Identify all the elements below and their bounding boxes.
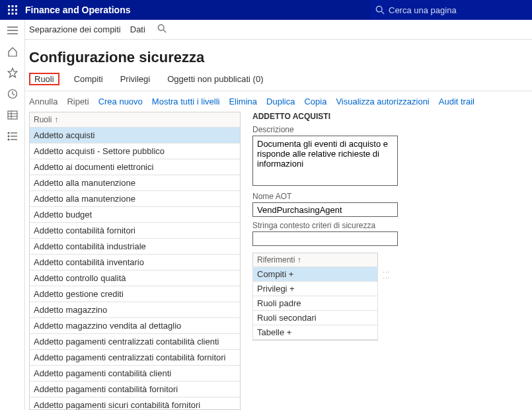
description-field[interactable] [252,136,398,186]
roles-list-row[interactable]: Addetto pagamenti contabilità clienti [30,365,240,381]
svg-line-28 [163,30,166,32]
svg-rect-7 [12,13,14,15]
aot-name-field[interactable] [252,202,398,217]
create-button[interactable]: Crea nuovo [98,97,143,106]
references-row[interactable]: Ruoli padre [252,296,378,310]
svg-point-25 [7,139,9,141]
description-label: Descrizione [252,125,525,134]
roles-list-row[interactable]: Addetto pagamenti centralizzati contabil… [30,333,240,349]
roles-list-header[interactable]: Ruoli↑ [29,112,241,127]
svg-rect-0 [8,5,10,7]
references-row[interactable]: Compiti + [252,266,378,281]
search-icon [375,5,385,15]
roles-list-row[interactable]: Addetto acquisti - Settore pubblico [30,143,240,159]
detail-title: ADDETTO ACQUISTI [252,112,525,121]
sort-asc-icon: ↑ [297,255,301,265]
role-detail-panel: ADDETTO ACQUISTI Descrizione Nome AOT St… [252,112,528,410]
roles-list-row[interactable]: Addetto magazzino vendita al dettaglio [30,317,240,333]
roles-list-row[interactable]: Addetto contabilità industriale [30,238,240,254]
roles-list-row[interactable]: Addetto contabilità inventario [30,254,240,270]
references-list: Riferimenti ↑ Compiti +Privilegi +Ruoli … [252,253,378,341]
svg-rect-5 [15,9,17,11]
roles-list-row[interactable]: Addetto pagamenti centralizzati contabil… [30,349,240,365]
breadcrumb-search-icon[interactable] [157,24,167,35]
svg-rect-2 [15,5,17,7]
references-row[interactable]: Privilegi + [252,281,378,296]
redo-button[interactable]: Ripeti [67,97,89,106]
roles-list-row[interactable]: Addetto alla manutenzione [30,175,240,190]
breadcrumb-item[interactable]: Dati [130,24,145,34]
svg-point-21 [7,132,9,134]
roles-list-row[interactable]: Addetto pagamenti contabilità fornitori [30,381,240,397]
roles-list-row[interactable]: Addetto gestione crediti [30,286,240,302]
undo-button[interactable]: Annulla [29,97,57,106]
svg-rect-17 [8,111,17,119]
references-row[interactable]: Ruoli secondari [252,310,378,325]
home-icon[interactable] [6,45,19,58]
roles-list-row[interactable]: Addetto ai documenti elettronici [30,159,240,175]
roles-list-row[interactable]: Addetto controllo qualità [30,270,240,286]
security-context-field[interactable] [252,231,398,246]
search-placeholder: Cerca una pagina [389,5,457,15]
view-auth-button[interactable]: Visualizza autorizzazioni [336,97,429,106]
clock-icon[interactable] [6,87,19,101]
audit-trail-button[interactable]: Audit trail [439,97,475,106]
tab-roles[interactable]: Ruoli [29,73,59,85]
roles-list-row[interactable]: Addetto budget [30,206,240,222]
svg-line-16 [13,94,15,95]
roles-list-row[interactable]: Addetto alla manutenzione [30,190,240,206]
star-icon[interactable] [6,66,19,79]
svg-line-10 [381,11,384,14]
tab-privileges[interactable]: Privilegi [118,73,153,85]
svg-rect-1 [12,5,14,7]
global-search[interactable]: Cerca una pagina [370,0,532,20]
roles-list-panel: Ruoli↑ Addetto acquistiAddetto acquisti … [29,112,241,410]
app-title: Finance and Operations [25,5,370,15]
svg-rect-8 [15,13,17,15]
hamburger-icon[interactable] [6,24,19,37]
page-title: Configurazione sicurezza [25,40,532,73]
tab-duties[interactable]: Compiti [71,73,106,85]
roles-list-row[interactable]: Addetto acquisti [30,127,240,143]
delete-button[interactable]: Elimina [229,97,257,106]
left-navigation-rail [0,20,25,410]
tab-unpublished[interactable]: Oggetti non pubblicati (0) [165,73,266,85]
aot-name-label: Nome AOT [252,192,525,201]
svg-rect-6 [8,13,10,15]
roles-list-row[interactable]: Addetto contabilità fornitori [30,222,240,238]
roles-list[interactable]: Addetto acquistiAddetto acquisti - Setto… [29,127,241,409]
resize-handle-icon[interactable]: ⋮⋮ [382,268,391,280]
svg-rect-3 [8,9,10,11]
references-header[interactable]: Riferimenti ↑ [252,253,378,266]
breadcrumb-item[interactable]: Separazione dei compiti [29,24,121,34]
security-context-label: Stringa contesto criteri di sicurezza [252,221,525,230]
sort-asc-icon: ↑ [54,115,58,124]
show-all-levels-button[interactable]: Mostra tutti i livelli [152,97,220,106]
roles-list-row[interactable]: Addetto magazzino [30,302,240,317]
svg-rect-4 [12,9,14,11]
roles-list-row[interactable]: Addetto pagamenti sicuri contabilità for… [30,397,240,409]
grid-icon[interactable] [6,108,19,122]
list-icon[interactable] [6,130,19,143]
tab-bar: Ruoli Compiti Privilegi Oggetti non pubb… [25,73,532,91]
svg-point-27 [158,24,164,30]
duplicate-button[interactable]: Duplica [266,97,295,106]
references-row[interactable]: Tabelle + [252,325,378,340]
waffle-icon[interactable] [0,0,25,20]
breadcrumb: Separazione dei compiti Dati [25,20,532,40]
svg-point-23 [7,136,9,138]
copy-button[interactable]: Copia [304,97,326,106]
toolbar: Annulla Ripeti Crea nuovo Mostra tutti i… [25,91,532,112]
svg-point-9 [376,6,382,12]
